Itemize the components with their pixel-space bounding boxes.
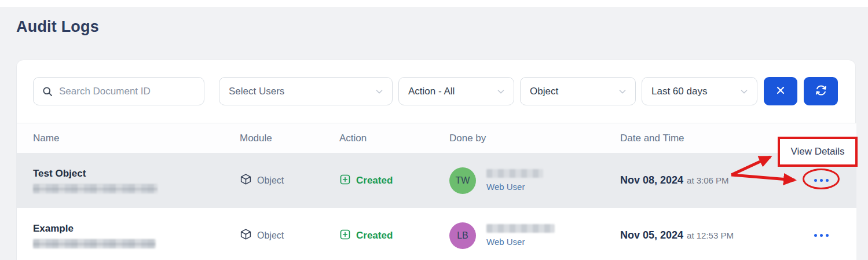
chevron-down-icon xyxy=(375,87,384,96)
plus-square-icon xyxy=(339,229,351,243)
view-details-annotation[interactable]: View Details xyxy=(778,137,858,167)
document-name: Example xyxy=(33,223,240,235)
chevron-down-icon xyxy=(496,87,506,96)
user-role: Web User xyxy=(486,237,555,247)
module-dropdown[interactable]: Object xyxy=(520,77,636,105)
redacted-document-id xyxy=(33,239,156,248)
done-by-cell: LB Web User xyxy=(449,222,620,249)
user-role: Web User xyxy=(486,182,543,192)
redacted-user-name xyxy=(486,169,543,178)
table-row[interactable]: Test Object Object Created TW xyxy=(17,153,856,208)
module-label: Object xyxy=(257,230,284,241)
module-cell: Object xyxy=(240,228,339,243)
top-band xyxy=(0,0,868,7)
chevron-down-icon xyxy=(618,87,627,96)
action-dropdown[interactable]: Action - All xyxy=(398,77,514,105)
module-label: Object xyxy=(257,175,284,186)
clear-filters-button[interactable] xyxy=(764,77,797,105)
filter-bar: Select Users Action - All Object Last 60… xyxy=(17,60,855,123)
plus-square-icon xyxy=(339,174,351,188)
audit-logs-card: Select Users Action - All Object Last 60… xyxy=(16,60,856,260)
chevron-down-icon xyxy=(739,87,749,96)
name-cell: Test Object xyxy=(17,168,240,193)
more-actions-button[interactable] xyxy=(812,174,831,186)
avatar: LB xyxy=(449,222,476,249)
page-title: Audit Logs xyxy=(16,18,99,36)
redacted-user-name xyxy=(486,224,555,233)
module-dropdown-label: Object xyxy=(530,86,558,97)
ellipsis-icon xyxy=(814,179,817,182)
table-header: Name Module Action Done by Date and Time xyxy=(17,123,856,153)
search-input[interactable] xyxy=(59,86,196,97)
date-range-dropdown-label: Last 60 days xyxy=(651,86,707,97)
refresh-icon xyxy=(815,84,827,98)
cube-icon xyxy=(240,228,252,243)
module-cell: Object xyxy=(240,173,339,188)
date-text: Nov 08, 2024 xyxy=(620,174,683,186)
search-box[interactable] xyxy=(33,77,204,105)
action-cell: Created xyxy=(339,174,449,188)
redacted-document-id xyxy=(33,184,158,193)
date-range-dropdown[interactable]: Last 60 days xyxy=(642,77,757,105)
table-row[interactable]: Example Object Created LB xyxy=(17,208,856,260)
ellipsis-icon xyxy=(814,234,817,237)
column-header-module: Module xyxy=(240,133,339,144)
action-label: Created xyxy=(356,175,393,186)
x-mark-icon xyxy=(775,85,786,98)
column-header-name: Name xyxy=(17,133,240,144)
time-text: at 3:06 PM xyxy=(687,175,729,185)
date-text: Nov 05, 2024 xyxy=(620,229,683,241)
action-label: Created xyxy=(356,230,393,241)
users-dropdown[interactable]: Select Users xyxy=(219,77,393,105)
action-cell: Created xyxy=(339,229,449,243)
column-header-action: Action xyxy=(339,133,449,144)
name-cell: Example xyxy=(17,223,240,248)
users-dropdown-label: Select Users xyxy=(229,86,284,97)
search-icon xyxy=(42,86,53,97)
action-dropdown-label: Action - All xyxy=(408,86,455,97)
refresh-button[interactable] xyxy=(804,77,838,105)
avatar: TW xyxy=(449,167,476,194)
time-text: at 12:53 PM xyxy=(687,230,734,240)
column-header-done-by: Done by xyxy=(449,133,620,144)
document-name: Test Object xyxy=(33,168,240,180)
date-time-cell: Nov 08, 2024at 3:06 PM xyxy=(620,174,805,186)
more-actions-button[interactable] xyxy=(812,229,831,241)
date-time-cell: Nov 05, 2024at 12:53 PM xyxy=(620,229,805,241)
cube-icon xyxy=(240,173,252,188)
done-by-cell: TW Web User xyxy=(449,167,620,194)
